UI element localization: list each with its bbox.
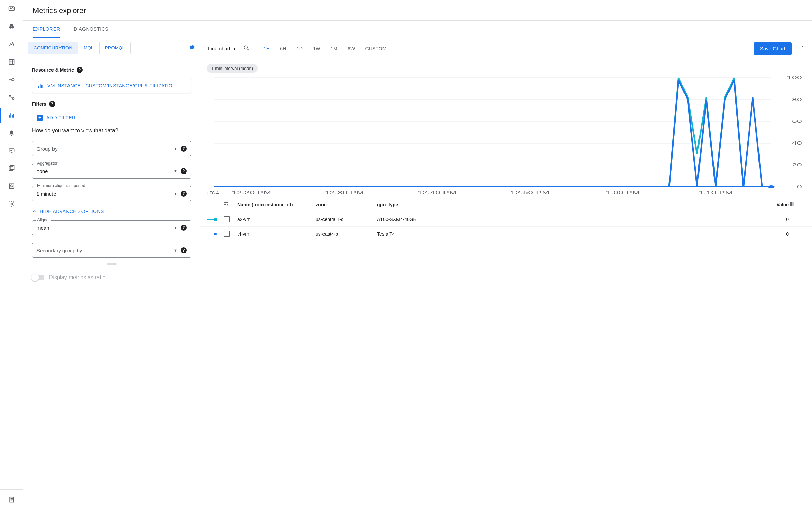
range-1w[interactable]: 1W xyxy=(313,46,320,51)
min-align-label: Minimum alignment period xyxy=(36,183,87,188)
column-settings-icon[interactable] xyxy=(789,201,806,208)
svg-point-12 xyxy=(244,46,247,49)
aggregator-select[interactable]: Aggregator none ▼ ? xyxy=(32,164,191,179)
help-icon[interactable]: ? xyxy=(181,191,187,197)
cell-gpu: A100-SXM4-40GB xyxy=(377,216,445,222)
subtab-mql[interactable]: MQL xyxy=(78,42,99,54)
svg-text:1:00 PM: 1:00 PM xyxy=(606,190,640,195)
tab-explorer[interactable]: EXPLORER xyxy=(33,21,60,38)
filters-text: Filters xyxy=(32,101,46,107)
search-icon[interactable] xyxy=(243,45,250,52)
page-title: Metrics explorer xyxy=(23,0,812,21)
col-gpu[interactable]: gpu_type xyxy=(377,202,445,207)
svg-text:12:40 PM: 12:40 PM xyxy=(417,190,457,195)
metrics-explorer-icon[interactable] xyxy=(7,111,16,119)
chart-type-label: Line chart xyxy=(208,46,230,51)
cell-name: a2-vm xyxy=(237,216,316,222)
svg-text:1:10 PM: 1:10 PM xyxy=(698,190,733,195)
svg-point-9 xyxy=(11,203,12,205)
chevron-down-icon: ▼ xyxy=(174,248,177,252)
group-by-select[interactable]: Group by ▼ ? xyxy=(32,141,191,156)
aligner-select[interactable]: Aligner mean ▼ ? xyxy=(32,220,191,235)
range-1h[interactable]: 1H xyxy=(264,46,270,51)
notes-icon[interactable] xyxy=(7,496,16,504)
nodes-icon[interactable] xyxy=(7,93,16,102)
row-checkbox[interactable] xyxy=(224,216,230,222)
legend-swatch-icon xyxy=(207,234,215,234)
svg-text:40: 40 xyxy=(792,141,802,145)
row-checkbox[interactable] xyxy=(224,231,230,237)
ingest-icon[interactable] xyxy=(7,76,16,84)
alerts-icon[interactable] xyxy=(7,129,16,137)
svg-rect-35 xyxy=(226,202,228,203)
range-1m[interactable]: 1M xyxy=(331,46,337,51)
line-chart[interactable]: 02040608010012:20 PM12:30 PM12:40 PM12:5… xyxy=(207,76,806,195)
svg-text:12:50 PM: 12:50 PM xyxy=(510,190,550,195)
filters-label: Filters? xyxy=(32,101,191,107)
col-value[interactable]: Value xyxy=(445,202,789,207)
cell-gpu: Tesla T4 xyxy=(377,231,445,237)
aligner-label: Aligner xyxy=(36,217,51,222)
help-icon[interactable]: ? xyxy=(49,101,55,107)
chart-type-select[interactable]: Line chart ▼ xyxy=(207,44,238,54)
subtab-promql[interactable]: PROMQL xyxy=(99,42,131,54)
help-icon[interactable]: ? xyxy=(181,225,187,231)
aggregator-label: Aggregator xyxy=(36,161,59,166)
secondary-placeholder: Secondary group by xyxy=(36,247,174,253)
range-6h[interactable]: 6H xyxy=(280,46,286,51)
grid-icon[interactable] xyxy=(7,58,16,66)
help-icon[interactable]: ? xyxy=(77,67,83,73)
svg-text:12:20 PM: 12:20 PM xyxy=(232,190,271,195)
monitoring-icon[interactable] xyxy=(7,5,16,13)
tab-diagnostics[interactable]: DIAGNOSTICS xyxy=(74,21,108,38)
col-name[interactable]: Name (from instance_id) xyxy=(237,202,316,207)
add-filter-button[interactable]: + ADD FILTER xyxy=(32,112,191,123)
hide-advanced-link[interactable]: HIDE ADVANCED OPTIONS xyxy=(32,209,191,214)
dashboards-icon[interactable] xyxy=(7,40,16,48)
col-zone[interactable]: zone xyxy=(316,202,377,207)
metric-selector[interactable]: VM INSTANCE - CUSTOM/INSTANCE/GPU/UTILIZ… xyxy=(32,78,191,93)
svg-text:20: 20 xyxy=(792,163,802,167)
legend-table: Name (from instance_id) zone gpu_type Va… xyxy=(200,197,812,241)
aligner-value: mean xyxy=(36,225,174,231)
hex-icon[interactable] xyxy=(7,22,16,31)
svg-rect-1 xyxy=(9,60,14,65)
plus-icon: + xyxy=(37,115,43,121)
help-icon[interactable]: ? xyxy=(181,247,187,253)
cell-value: 0 xyxy=(445,216,789,222)
group-by-placeholder: Group by xyxy=(36,146,174,152)
gke-icon[interactable] xyxy=(7,182,16,190)
panel-settings-icon[interactable] xyxy=(189,44,195,52)
subtab-configuration[interactable]: CONFIGURATION xyxy=(28,42,78,54)
help-icon[interactable]: ? xyxy=(181,168,187,174)
groups-icon[interactable] xyxy=(7,164,16,172)
ratio-toggle[interactable] xyxy=(32,275,44,280)
svg-text:0: 0 xyxy=(797,184,802,189)
chevron-down-icon: ▼ xyxy=(174,226,177,230)
resource-metric-label: Resource & Metric? xyxy=(32,67,191,73)
range-1d[interactable]: 1D xyxy=(297,46,303,51)
save-chart-button[interactable]: Save Chart xyxy=(754,42,792,55)
main-tabs: EXPLORER DIAGNOSTICS xyxy=(23,21,812,38)
columns-icon[interactable] xyxy=(224,201,237,208)
uptime-icon[interactable] xyxy=(7,147,16,155)
svg-text:100: 100 xyxy=(787,76,802,80)
add-filter-label: ADD FILTER xyxy=(46,115,76,120)
hide-advanced-text: HIDE ADVANCED OPTIONS xyxy=(40,209,104,214)
legend-swatch-icon xyxy=(207,219,215,220)
svg-rect-6 xyxy=(9,167,13,171)
config-panel: CONFIGURATION MQL PROMQL Resource & Metr… xyxy=(23,38,200,510)
range-custom[interactable]: CUSTOM xyxy=(365,46,387,51)
time-range-group: 1H 6H 1D 1W 1M 6W CUSTOM xyxy=(264,46,387,51)
help-icon[interactable]: ? xyxy=(181,146,187,152)
secondary-group-by-select[interactable]: Secondary group by ▼ ? xyxy=(32,243,191,258)
drag-handle[interactable] xyxy=(107,263,117,265)
chevron-down-icon: ▼ xyxy=(232,47,236,51)
ratio-label: Display metrics as ratio xyxy=(49,274,105,281)
range-6w[interactable]: 6W xyxy=(348,46,355,51)
settings-icon[interactable] xyxy=(7,200,16,208)
min-alignment-select[interactable]: Minimum alignment period 1 minute ▼ ? xyxy=(32,186,191,201)
more-icon[interactable]: ⋮ xyxy=(800,45,806,52)
chevron-down-icon: ▼ xyxy=(174,147,177,151)
cell-zone: us-east4-b xyxy=(316,231,377,237)
